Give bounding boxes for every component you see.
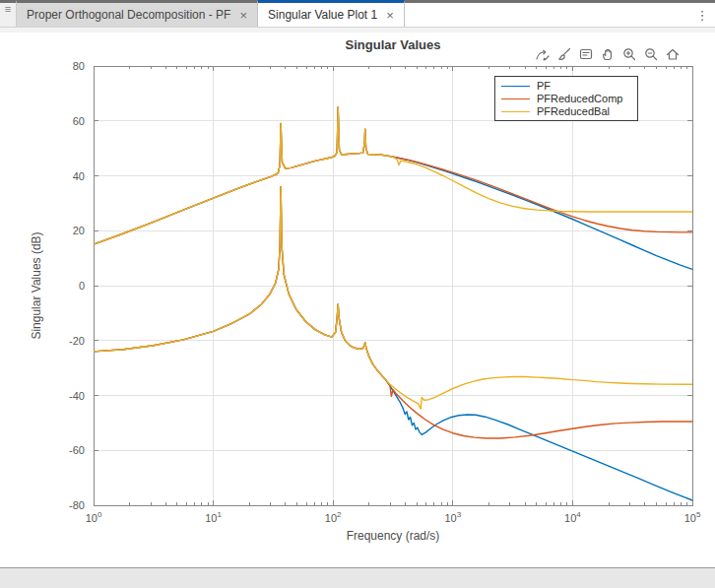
legend-line-sample [501,86,530,87]
y-tick-label: 40 [37,170,85,182]
legend-line-sample [501,98,530,99]
tab-bar-spacer [405,0,689,27]
legend-line-sample [501,111,530,112]
y-tick-label: -20 [37,335,85,347]
x-tick-label: 104 [564,510,581,524]
list-icon: ≡ [5,3,11,27]
status-bar [0,567,715,588]
x-tick-label: 101 [205,510,222,524]
legend-entry-PF[interactable]: PF [495,80,637,93]
series-PF-sigma2[interactable] [94,187,692,500]
y-tick-label: 20 [37,225,85,236]
figure-area: Singular Values 100101102103104105 -80-6… [0,28,715,568]
series-PF-sigma1[interactable] [94,107,692,269]
series-PFReducedBal-sigma2[interactable] [94,187,692,410]
close-icon[interactable]: × [239,8,247,23]
y-tick-label: 80 [37,60,85,72]
legend-entry-PFReducedBal[interactable]: PFReducedBal [495,105,637,118]
y-tick-label: -40 [37,390,85,402]
x-tick-label: 103 [444,510,461,524]
tab-proper-orthogonal-decomposition[interactable]: Proper Orthogonal Decomposition - PF × [17,0,258,27]
tab-bar: ≡ Proper Orthogonal Decomposition - PF ×… [0,0,715,28]
tab-singular-value-plot[interactable]: Singular Value Plot 1 × [258,0,405,27]
y-tick-label: 60 [37,115,85,127]
kebab-menu-icon[interactable]: ⋮ [689,0,715,27]
close-icon[interactable]: × [386,8,394,23]
y-tick-label: -60 [37,444,85,456]
x-tick-label: 100 [86,510,102,524]
legend-entry-PFReducedComp[interactable]: PFReducedComp [495,93,637,105]
legend-label: PF [537,80,551,93]
x-tick-label: 102 [325,510,342,524]
legend[interactable]: PFPFReducedCompPFReducedBal [494,76,638,121]
tab-label: Proper Orthogonal Decomposition - PF [27,8,230,22]
legend-label: PFReducedComp [537,93,622,105]
grid-lines [94,66,692,505]
y-axis-label: Singular Values (dB) [30,231,43,339]
tab-label: Singular Value Plot 1 [268,8,377,22]
tab-rail[interactable]: ≡ [0,0,17,27]
x-axis-label: Frequency (rad/s) [94,529,692,543]
legend-label: PFReducedBal [537,105,610,118]
y-tick-label: 0 [37,280,85,292]
y-tick-label: -80 [37,499,85,511]
x-tick-label: 105 [684,510,701,524]
